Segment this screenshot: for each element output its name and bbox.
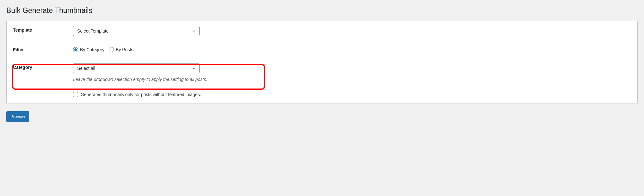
- page-title: Bulk Generate Thumbnails: [6, 3, 638, 17]
- category-label: Category: [7, 58, 70, 87]
- only-without-featured-label: Generates thumbnails only for posts with…: [81, 92, 201, 97]
- radio-icon-unchecked: [109, 47, 114, 52]
- only-without-featured-row: Generates thumbnails only for posts with…: [7, 87, 637, 103]
- only-without-featured-checkbox[interactable]: Generates thumbnails only for posts with…: [73, 92, 201, 97]
- category-row: Category Select all Leave the dropdown s…: [7, 58, 637, 87]
- only-without-featured-th: [7, 87, 70, 103]
- template-row: Template Select Template: [7, 21, 637, 41]
- form-container: Template Select Template Filter: [6, 21, 638, 103]
- filter-radio-group: By Category By Posts: [73, 47, 634, 52]
- chevron-down-icon: [192, 29, 196, 33]
- category-description: Leave the dropdown selection empty to ap…: [73, 77, 634, 82]
- filter-by-category-radio[interactable]: By Category: [73, 47, 104, 52]
- preview-button[interactable]: Preview: [6, 111, 29, 122]
- filter-by-posts-label: By Posts: [116, 47, 133, 52]
- radio-icon-checked: [73, 47, 78, 52]
- template-select-value: Select Template: [77, 26, 108, 36]
- form-table: Template Select Template Filter: [7, 21, 637, 103]
- template-select[interactable]: Select Template: [73, 26, 200, 36]
- filter-by-category-label: By Category: [80, 47, 104, 52]
- category-select-value: Select all: [77, 64, 95, 73]
- filter-by-posts-radio[interactable]: By Posts: [109, 47, 133, 52]
- chevron-down-icon: [192, 66, 196, 70]
- category-select[interactable]: Select all: [73, 63, 200, 73]
- filter-label: Filter: [7, 41, 70, 58]
- template-label: Template: [7, 21, 70, 41]
- filter-row: Filter By Category By Posts: [7, 41, 637, 58]
- checkbox-icon-unchecked: [73, 92, 78, 97]
